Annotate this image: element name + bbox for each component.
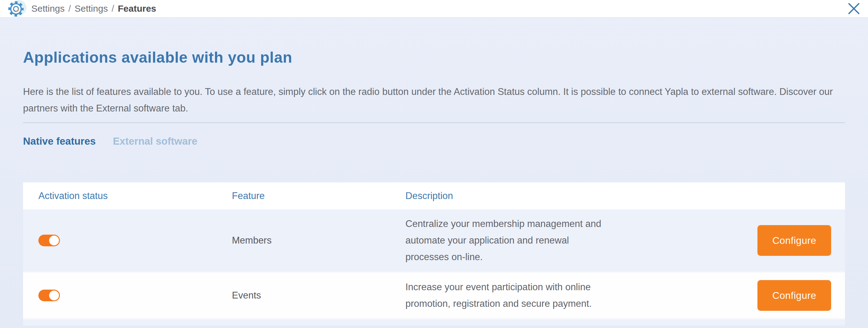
column-header-activation-status: Activation status xyxy=(38,190,232,201)
activation-cell xyxy=(38,235,232,246)
close-icon[interactable] xyxy=(847,2,861,15)
toggle-knob xyxy=(49,291,59,300)
topbar: Settings / Settings / Features xyxy=(0,0,868,17)
tabs: Native features External software xyxy=(23,135,845,147)
table-body: Members Centralize your membership manag… xyxy=(23,209,845,318)
feature-description: Centralize your membership management an… xyxy=(405,216,614,265)
column-header-description: Description xyxy=(405,190,757,201)
feature-name: Events xyxy=(232,290,405,301)
breadcrumb-separator: / xyxy=(68,3,71,14)
table-row: Events Increase your event participation… xyxy=(23,271,845,318)
page-title: Applications available with you plan xyxy=(23,48,845,66)
activation-cell xyxy=(38,290,232,301)
table-header-row: Activation status Feature Description xyxy=(23,183,845,209)
action-cell: Configure xyxy=(757,280,831,311)
activation-toggle[interactable] xyxy=(38,235,60,246)
configure-button[interactable]: Configure xyxy=(757,225,831,256)
breadcrumb-item-settings-2[interactable]: Settings xyxy=(75,3,108,14)
action-cell: Configure xyxy=(757,225,831,256)
section-divider xyxy=(23,122,845,123)
tab-external-software[interactable]: External software xyxy=(113,135,197,147)
main-content: Applications available with you plan Her… xyxy=(0,48,868,326)
breadcrumb-separator: / xyxy=(112,3,114,14)
settings-gear-icon xyxy=(7,0,27,17)
breadcrumb-item-settings-1[interactable]: Settings xyxy=(31,3,64,14)
breadcrumb: Settings / Settings / Features xyxy=(31,3,156,14)
features-table: Activation status Feature Description Me… xyxy=(23,183,845,326)
breadcrumb-item-features: Features xyxy=(118,3,156,14)
table-row: Members Centralize your membership manag… xyxy=(23,209,845,271)
feature-name: Members xyxy=(232,235,405,246)
intro-text: Here is the list of features available t… xyxy=(23,84,845,117)
next-row-peek xyxy=(23,318,845,326)
toggle-knob xyxy=(49,235,59,245)
configure-button[interactable]: Configure xyxy=(757,280,831,311)
tab-native-features[interactable]: Native features xyxy=(23,135,96,147)
feature-description: Increase your event participation with o… xyxy=(405,279,614,312)
column-header-feature: Feature xyxy=(232,190,405,201)
activation-toggle[interactable] xyxy=(38,290,60,301)
